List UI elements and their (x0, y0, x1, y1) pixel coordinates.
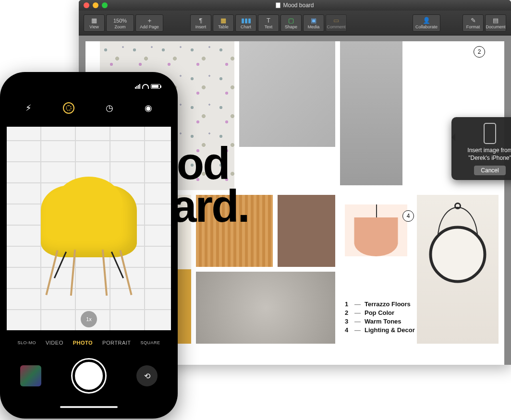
window-title-text: Mood board (283, 2, 314, 9)
shape-button[interactable]: ▢ Shape (280, 14, 302, 32)
view-button[interactable]: ▦ View (84, 14, 105, 32)
insert-label: Insert (195, 24, 207, 29)
toolbar: ▦ View 150% Zoom ＋ Add Page ¶ Insert ▦ T… (79, 11, 511, 36)
document-icon (276, 2, 280, 8)
camera-bottom-controls: ⟲ (7, 354, 171, 397)
subject-chair (36, 171, 142, 296)
mirror-circle (429, 226, 487, 283)
lamp-shade (354, 217, 398, 256)
comment-icon: ▭ (333, 17, 339, 24)
comment-label: Comment (327, 24, 345, 29)
image-concrete-2[interactable] (340, 41, 402, 185)
table-icon: ▦ (220, 17, 226, 24)
legend-row: 3—Warm Tones (345, 318, 415, 325)
iphone-device: ⚡︎ ◷ ◉ 1x SLO-MO VIDEO PHOTO PORTRAIT SQ… (0, 72, 178, 419)
table-label: Table (218, 24, 229, 29)
zoom-level-text: 1x (86, 316, 92, 322)
continuity-popover: Insert image from "Derek's iPhone" Cance… (451, 117, 511, 180)
cancel-button[interactable]: Cancel (474, 166, 505, 175)
callout-4: 4 (402, 210, 414, 222)
collaborate-button[interactable]: 👤 Collaborate (413, 14, 440, 32)
iphone-screen: ⚡︎ ◷ ◉ 1x SLO-MO VIDEO PHOTO PORTRAIT SQ… (7, 79, 171, 412)
mode-photo[interactable]: PHOTO (73, 340, 93, 346)
camera-top-controls: ⚡︎ ◷ ◉ (7, 98, 171, 118)
legend-row: 4—Lighting & Decor (345, 326, 415, 334)
mode-portrait[interactable]: PORTRAIT (102, 340, 131, 346)
mode-square[interactable]: SQUARE (141, 340, 160, 345)
format-button[interactable]: ✎ Format (462, 14, 484, 32)
notch (48, 79, 130, 92)
text-icon: T (267, 17, 270, 24)
cellular-icon (135, 84, 140, 89)
image-concrete[interactable] (239, 41, 335, 147)
battery-icon (151, 84, 160, 89)
chair-seat (41, 185, 137, 257)
status-right (135, 82, 160, 91)
zoom-label: Zoom (114, 24, 125, 29)
collaborate-icon: 👤 (423, 17, 430, 24)
collaborate-label: Collaborate (415, 24, 438, 29)
camera-mode-row: SLO-MO VIDEO PHOTO PORTRAIT SQUARE (7, 336, 171, 349)
zoom-button[interactable]: 150% Zoom (106, 14, 134, 32)
filters-icon[interactable]: ◉ (145, 103, 152, 113)
image-fur[interactable] (196, 272, 335, 344)
insert-button[interactable]: ¶ Insert (190, 14, 211, 32)
view-icon: ▦ (91, 17, 97, 24)
table-button[interactable]: ▦ Table (213, 14, 234, 32)
image-mirror[interactable] (417, 195, 499, 344)
shape-icon: ▢ (288, 17, 294, 24)
legend: 1—Terrazzo Floors 2—Pop Color 3—Warm Ton… (345, 300, 415, 335)
flash-icon[interactable]: ⚡︎ (25, 103, 32, 113)
window-title: Mood board (79, 2, 511, 9)
add-page-button[interactable]: ＋ Add Page (135, 14, 163, 32)
shape-label: Shape (285, 24, 297, 29)
plus-icon: ＋ (146, 17, 153, 24)
image-lamp[interactable] (345, 204, 407, 291)
timer-icon[interactable]: ◷ (106, 103, 113, 113)
callout-2: 2 (474, 46, 485, 58)
format-label: Format (466, 24, 480, 29)
add-page-label: Add Page (140, 24, 159, 29)
image-tone[interactable] (278, 195, 335, 267)
home-indicator[interactable] (60, 406, 118, 408)
flip-camera-icon: ⟲ (144, 372, 150, 381)
mode-video[interactable]: VIDEO (46, 340, 63, 346)
live-photo-icon[interactable] (63, 102, 74, 114)
mode-slomo[interactable]: SLO-MO (17, 340, 36, 345)
chair-legs (48, 248, 130, 296)
zoom-level[interactable]: 1x (81, 311, 97, 327)
phone-outline-icon (484, 123, 496, 144)
document-label: Document (486, 24, 505, 29)
legend-row: 1—Terrazzo Floors (345, 300, 415, 308)
chart-label: Chart (241, 24, 251, 29)
media-label: Media (308, 24, 320, 29)
wifi-icon (142, 84, 149, 89)
text-label: Text (265, 24, 273, 29)
camera-viewfinder[interactable] (7, 127, 171, 330)
popover-text: Insert image from "Derek's iPhone" (456, 147, 511, 162)
brush-icon: ✎ (471, 17, 476, 24)
view-label: View (89, 24, 98, 29)
document-button[interactable]: ▤ Document (485, 14, 506, 32)
chart-icon: ▮▮▮ (241, 17, 251, 24)
media-button[interactable]: ▣ Media (303, 14, 324, 32)
flip-camera-button[interactable]: ⟲ (136, 365, 158, 386)
shutter-button[interactable] (73, 360, 105, 392)
chart-button[interactable]: ▮▮▮ Chart (235, 14, 256, 32)
last-photo-thumbnail[interactable] (20, 365, 41, 386)
legend-row: 2—Pop Color (345, 309, 415, 316)
document-panel-icon: ▤ (493, 17, 499, 24)
media-icon: ▣ (311, 17, 316, 24)
zoom-value: 150% (113, 17, 127, 24)
comment-button[interactable]: ▭ Comment (326, 14, 347, 32)
insert-icon: ¶ (199, 17, 203, 24)
text-button[interactable]: T Text (258, 14, 279, 32)
titlebar: Mood board (79, 0, 511, 11)
